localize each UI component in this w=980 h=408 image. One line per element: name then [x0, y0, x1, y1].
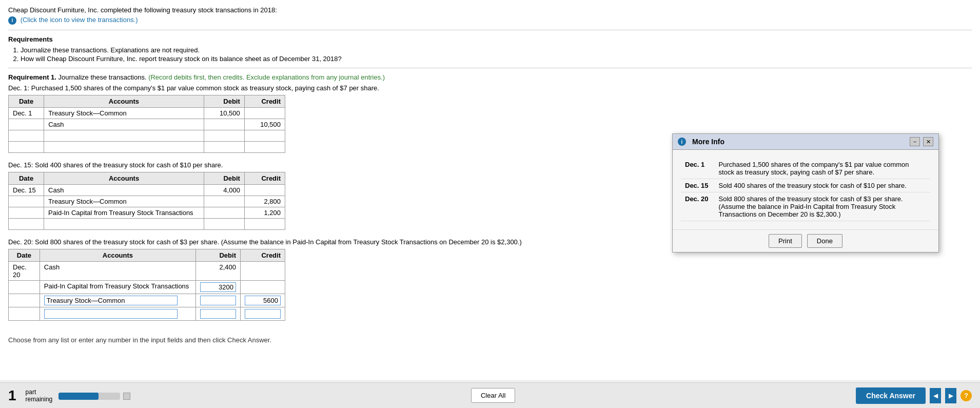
- journal-table-3: Date Accounts Debit Credit Dec. 20 Cash …: [8, 249, 285, 321]
- account-cell: Paid-In Capital from Treasury Stock Tran…: [40, 280, 195, 294]
- modal-text-dec15: Sold 400 shares of the treasury stock fo…: [715, 179, 930, 192]
- col-header-credit-1: Credit: [244, 95, 285, 107]
- col-header-accounts-3: Accounts: [40, 249, 195, 261]
- debit-cell: 2,400: [195, 261, 240, 280]
- intro-company-text: Cheap Discount Furniture, Inc. completed…: [8, 6, 277, 14]
- debit-cell: [204, 196, 244, 207]
- account-cell: Cash: [44, 119, 204, 130]
- modal-info-icon: i: [678, 138, 686, 146]
- table-row: [9, 294, 285, 307]
- credit-cell: [240, 261, 285, 280]
- journal-table-2: Date Accounts Debit Credit Dec. 15 Cash …: [8, 172, 285, 230]
- col-header-credit-2: Credit: [244, 172, 285, 184]
- credit-input-5600[interactable]: [245, 296, 281, 305]
- modal-header: i More Info − ✕: [673, 134, 938, 150]
- table-row: [9, 141, 285, 152]
- table-row: [9, 307, 285, 320]
- modal-date-dec20: Dec. 20: [681, 192, 715, 221]
- table-row: [9, 218, 285, 229]
- modal-minimize-button[interactable]: −: [910, 137, 920, 146]
- col-header-debit-3: Debit: [195, 249, 240, 261]
- credit-cell: 10,500: [244, 119, 285, 130]
- divider-2: [8, 68, 972, 68]
- credit-cell: [244, 107, 285, 119]
- transaction-1-desc: Dec. 1: Purchased 1,500 shares of the co…: [8, 84, 972, 92]
- modal-row-dec1: Dec. 1 Purchased 1,500 shares of the com…: [681, 158, 930, 179]
- account-input-empty[interactable]: [44, 309, 178, 319]
- req-item-2: How will Cheap Discount Furniture, Inc. …: [21, 55, 972, 63]
- treasury-stock-common-input[interactable]: [44, 296, 178, 305]
- table-row: Dec. 1 Treasury Stock—Common 10,500: [9, 107, 285, 119]
- credit-cell: 1,200: [244, 207, 285, 218]
- col-header-debit-1: Debit: [204, 95, 244, 107]
- req-item-1: Journalize these transactions. Explanati…: [21, 46, 972, 54]
- table-row: Treasury Stock—Common 2,800: [9, 196, 285, 207]
- modal-row-dec15: Dec. 15 Sold 400 shares of the treasury …: [681, 179, 930, 192]
- credit-cell: 2,800: [244, 196, 285, 207]
- req1-header: Requirement 1. Journalize these transact…: [8, 73, 972, 81]
- account-cell: Paid-In Capital from Treasury Stock Tran…: [44, 207, 204, 218]
- done-button[interactable]: Done: [807, 234, 842, 248]
- debit-input-empty2[interactable]: [200, 309, 236, 319]
- account-cell: Cash: [40, 261, 195, 280]
- col-header-accounts-1: Accounts: [44, 95, 204, 107]
- modal-date-dec1: Dec. 1: [681, 158, 715, 179]
- credit-cell: [244, 184, 285, 196]
- divider-1: [8, 30, 972, 30]
- account-cell: Treasury Stock—Common: [44, 107, 204, 119]
- table-row: Paid-In Capital from Treasury Stock Tran…: [9, 207, 285, 218]
- debit-cell[interactable]: [195, 294, 240, 307]
- col-header-date-1: Date: [9, 95, 44, 107]
- table-row: Cash 10,500: [9, 119, 285, 130]
- debit-cell: [204, 119, 244, 130]
- requirements-list: Journalize these transactions. Explanati…: [8, 46, 972, 63]
- info-icon[interactable]: i: [8, 16, 16, 25]
- main-content: Cheap Discount Furniture, Inc. completed…: [0, 0, 980, 380]
- modal-controls: − ✕: [910, 137, 933, 146]
- intro-text: Cheap Discount Furniture, Inc. completed…: [8, 6, 972, 14]
- col-header-debit-2: Debit: [204, 172, 244, 184]
- debit-cell: [204, 207, 244, 218]
- date-cell: Dec. 1: [9, 107, 44, 119]
- modal-date-dec15: Dec. 15: [681, 179, 715, 192]
- modal-title: More Info: [692, 138, 906, 146]
- table-row: Dec. 20 Cash 2,400: [9, 261, 285, 280]
- journal-table-1: Date Accounts Debit Credit Dec. 1 Treasu…: [8, 95, 285, 153]
- info-link[interactable]: (Click the icon to view the transactions…: [21, 16, 138, 24]
- account-cell: Treasury Stock—Common: [44, 196, 204, 207]
- modal-footer: Print Done: [673, 229, 938, 252]
- table-row: Paid-In Capital from Treasury Stock Tran…: [9, 280, 285, 294]
- more-info-modal: i More Info − ✕ Dec. 1 Purchased 1,500 s…: [672, 133, 939, 252]
- date-cell: Dec. 15: [9, 184, 44, 196]
- col-header-date-2: Date: [9, 172, 44, 184]
- date-cell: Dec. 20: [9, 261, 40, 280]
- account-cell: Cash: [44, 184, 204, 196]
- col-header-accounts-2: Accounts: [44, 172, 204, 184]
- requirements-header: Requirements: [8, 35, 972, 43]
- debit-cell: 4,000: [204, 184, 244, 196]
- table-row: [9, 130, 285, 141]
- modal-text-dec1: Purchased 1,500 shares of the company's …: [715, 158, 930, 179]
- modal-text-dec20: Sold 800 shares of the treasury stock fo…: [715, 192, 930, 221]
- modal-table: Dec. 1 Purchased 1,500 shares of the com…: [681, 158, 930, 221]
- debit-input-empty[interactable]: [200, 296, 236, 305]
- modal-row-dec20: Dec. 20 Sold 800 shares of the treasury …: [681, 192, 930, 221]
- col-header-credit-3: Credit: [240, 249, 285, 261]
- choose-text: Choose from any list or enter any number…: [8, 336, 972, 344]
- credit-cell: [240, 280, 285, 294]
- account-input-cell[interactable]: [40, 294, 195, 307]
- table-row: Dec. 15 Cash 4,000: [9, 184, 285, 196]
- print-button[interactable]: Print: [769, 234, 802, 248]
- modal-close-button[interactable]: ✕: [923, 137, 933, 146]
- col-header-date-3: Date: [9, 249, 40, 261]
- debit-cell: 10,500: [204, 107, 244, 119]
- debit-input-3200[interactable]: [200, 282, 236, 292]
- credit-input-empty2[interactable]: [245, 309, 281, 319]
- debit-input-cell[interactable]: [195, 280, 240, 294]
- modal-body: Dec. 1 Purchased 1,500 shares of the com…: [673, 150, 938, 229]
- credit-input-cell[interactable]: [240, 294, 285, 307]
